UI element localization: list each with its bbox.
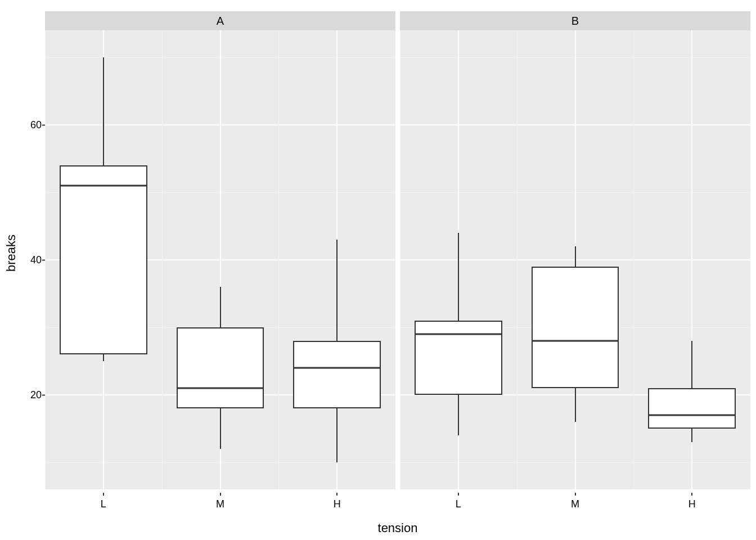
box bbox=[532, 267, 619, 388]
facet-A: A bbox=[45, 11, 395, 489]
whisker-lower bbox=[220, 408, 221, 449]
x-axis-label: tension bbox=[45, 521, 750, 536]
box bbox=[60, 165, 147, 354]
median-line bbox=[177, 388, 264, 389]
whisker-lower bbox=[458, 395, 459, 435]
facet-B: B bbox=[400, 11, 750, 489]
whisker-upper bbox=[220, 287, 221, 327]
x-axis-ticks: LMHLMH bbox=[45, 493, 750, 512]
x-tick: L bbox=[101, 498, 106, 510]
y-tick: 40 bbox=[22, 254, 42, 266]
whisker-upper bbox=[336, 240, 338, 341]
plot-area bbox=[45, 30, 395, 489]
whisker-upper bbox=[575, 246, 576, 267]
whisker-lower bbox=[575, 388, 576, 422]
whisker-lower bbox=[691, 429, 692, 442]
box bbox=[648, 388, 736, 429]
whisker-upper bbox=[691, 341, 692, 388]
whisker-upper bbox=[458, 233, 459, 321]
whisker-upper bbox=[103, 57, 104, 165]
box bbox=[293, 341, 381, 408]
median-line bbox=[415, 333, 502, 335]
x-tick: M bbox=[571, 498, 579, 510]
y-tick: 20 bbox=[22, 389, 42, 401]
x-tick: L bbox=[456, 498, 461, 510]
x-ticks-panel: LMH bbox=[45, 493, 395, 512]
median-line bbox=[293, 367, 381, 369]
plot-area bbox=[400, 30, 750, 489]
facet-strip: B bbox=[400, 11, 750, 30]
facet-strip: A bbox=[45, 11, 395, 30]
whisker-lower bbox=[336, 408, 338, 462]
x-tick: H bbox=[334, 498, 341, 510]
boxplot-figure: breaks 204060 AB LMHLMH tension bbox=[0, 0, 756, 540]
box bbox=[415, 321, 502, 395]
x-tick: M bbox=[216, 498, 224, 510]
whisker-lower bbox=[103, 354, 104, 361]
facet-panels: AB bbox=[45, 11, 750, 489]
median-line bbox=[532, 340, 619, 342]
y-axis-label: breaks bbox=[6, 0, 17, 506]
y-tick: 60 bbox=[22, 119, 42, 131]
median-line bbox=[60, 185, 147, 187]
x-ticks-panel: LMH bbox=[400, 493, 750, 512]
x-tick: H bbox=[688, 498, 696, 510]
median-line bbox=[648, 415, 736, 416]
y-axis-ticks: 204060 bbox=[22, 11, 42, 489]
box bbox=[177, 327, 264, 408]
